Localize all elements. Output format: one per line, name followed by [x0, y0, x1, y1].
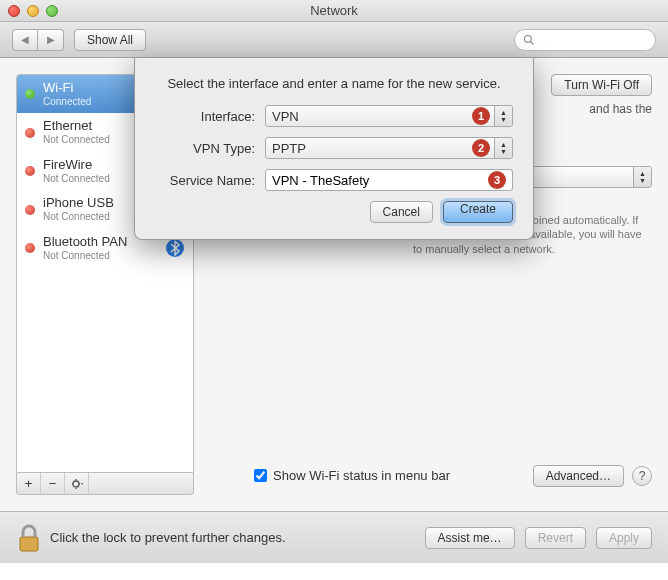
lock-icon[interactable] [16, 523, 42, 553]
status-dot-icon [25, 89, 35, 99]
window-title: Network [310, 3, 358, 18]
lock-text: Click the lock to prevent further change… [50, 530, 286, 545]
sidebar-toolbar: + − [16, 473, 194, 495]
status-dot-icon [25, 205, 35, 215]
window-controls [8, 5, 58, 17]
annotation-badge-1: 1 [472, 107, 490, 125]
nav-segment: ◀ ▶ [12, 29, 64, 51]
service-name-input[interactable] [272, 173, 506, 188]
iface-status: Not Connected [43, 250, 157, 262]
search-input[interactable] [539, 33, 639, 47]
back-button[interactable]: ◀ [12, 29, 38, 51]
show-all-button[interactable]: Show All [74, 29, 146, 51]
window-titlebar: Network [0, 0, 668, 22]
chevron-updown-icon: ▲▼ [494, 106, 512, 126]
wifi-off-button[interactable]: Turn Wi-Fi Off [551, 74, 652, 96]
interface-value: VPN [272, 109, 299, 124]
new-service-sheet: Select the interface and enter a name fo… [134, 58, 534, 240]
annotation-badge-3: 3 [488, 171, 506, 189]
zoom-icon[interactable] [46, 5, 58, 17]
assist-me-button[interactable]: Assist me… [425, 527, 515, 549]
show-status-checkbox[interactable] [254, 469, 267, 482]
forward-button[interactable]: ▶ [38, 29, 64, 51]
status-dot-icon [25, 166, 35, 176]
gear-icon [71, 478, 83, 490]
close-icon[interactable] [8, 5, 20, 17]
search-icon [523, 34, 535, 46]
cancel-button[interactable]: Cancel [370, 201, 433, 223]
toolbar: ◀ ▶ Show All [0, 22, 668, 58]
status-dot-icon [25, 243, 35, 253]
service-name-field[interactable]: 3 [265, 169, 513, 191]
search-field[interactable] [514, 29, 656, 51]
apply-button[interactable]: Apply [596, 527, 652, 549]
annotation-badge-2: 2 [472, 139, 490, 157]
show-status-label: Show Wi-Fi status in menu bar [273, 468, 450, 483]
svg-point-10 [73, 481, 79, 487]
add-interface-button[interactable]: + [17, 473, 41, 494]
advanced-button[interactable]: Advanced… [533, 465, 624, 487]
interface-action-button[interactable] [65, 473, 89, 494]
interface-label: Interface: [155, 109, 265, 124]
create-button[interactable]: Create [443, 201, 513, 223]
service-name-label: Service Name: [155, 173, 265, 188]
footer: Click the lock to prevent further change… [0, 511, 668, 563]
vpn-type-value: PPTP [272, 141, 306, 156]
vpn-type-label: VPN Type: [155, 141, 265, 156]
remove-interface-button[interactable]: − [41, 473, 65, 494]
minimize-icon[interactable] [27, 5, 39, 17]
svg-point-0 [525, 35, 532, 42]
vpn-type-select[interactable]: PPTP 2 ▲▼ [265, 137, 513, 159]
svg-line-1 [531, 41, 534, 44]
svg-rect-11 [20, 537, 38, 551]
help-button[interactable]: ? [632, 466, 652, 486]
revert-button[interactable]: Revert [525, 527, 586, 549]
status-dot-icon [25, 128, 35, 138]
sheet-title: Select the interface and enter a name fo… [155, 76, 513, 91]
chevron-updown-icon: ▲▼ [494, 138, 512, 158]
interface-select[interactable]: VPN 1 ▲▼ [265, 105, 513, 127]
